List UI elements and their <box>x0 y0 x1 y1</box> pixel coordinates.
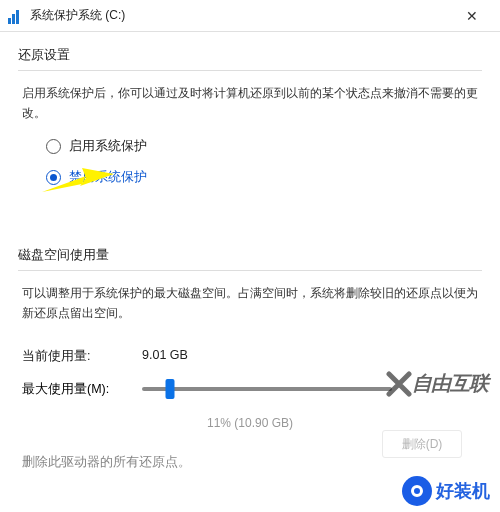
content-area: 还原设置 启用系统保护后，你可以通过及时将计算机还原到以前的某个状态点来撤消不需… <box>0 32 500 471</box>
watermark-text: 好装机 <box>436 479 490 503</box>
max-usage-value: 11% (10.90 GB) <box>18 416 482 430</box>
close-icon: ✕ <box>466 8 478 24</box>
current-usage-value: 9.01 GB <box>142 348 188 365</box>
window-title: 系统保护系统 (C:) <box>30 7 125 24</box>
current-usage-label: 当前使用量: <box>22 348 142 365</box>
current-usage-row: 当前使用量: 9.01 GB <box>18 338 482 373</box>
radio-icon <box>46 139 61 154</box>
restore-description: 启用系统保护后，你可以通过及时将计算机还原到以前的某个状态点来撤消不需要的更改。 <box>18 83 482 138</box>
delete-button[interactable]: 删除(D) <box>382 430 462 458</box>
close-button[interactable]: ✕ <box>452 2 492 30</box>
max-usage-label: 最大使用量(M): <box>22 381 142 398</box>
max-usage-slider[interactable] <box>142 387 392 391</box>
slider-thumb[interactable] <box>165 379 174 399</box>
protection-radio-group: 启用系统保护 禁用系统保护 <box>18 138 482 218</box>
disk-usage-heading: 磁盘空间使用量 <box>18 246 482 264</box>
app-icon <box>8 8 24 24</box>
radio-label: 启用系统保护 <box>69 138 147 155</box>
max-usage-row: 最大使用量(M): <box>18 373 482 398</box>
radio-label: 禁用系统保护 <box>69 169 147 186</box>
restore-settings-heading: 还原设置 <box>18 46 482 64</box>
divider <box>18 70 482 71</box>
radio-disable-protection[interactable]: 禁用系统保护 <box>46 169 482 186</box>
divider <box>18 270 482 271</box>
radio-enable-protection[interactable]: 启用系统保护 <box>46 138 482 155</box>
titlebar: 系统保护系统 (C:) ✕ <box>0 0 500 32</box>
watermark-logo-icon <box>402 476 432 506</box>
watermark-haozhuangji: 好装机 <box>402 476 490 506</box>
disk-usage-description: 可以调整用于系统保护的最大磁盘空间。占满空间时，系统将删除较旧的还原点以便为新还… <box>18 283 482 338</box>
radio-icon <box>46 170 61 185</box>
